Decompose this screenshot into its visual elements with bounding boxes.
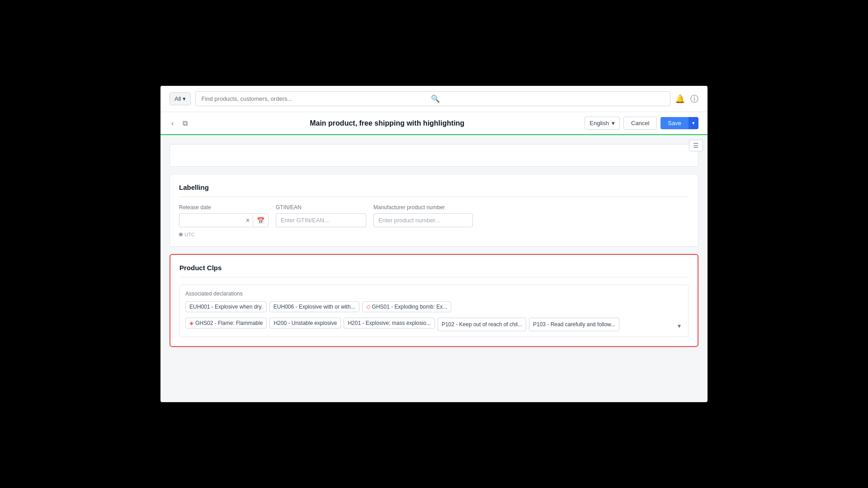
save-dropdown-button[interactable]: ▾ (689, 117, 698, 129)
declarations-label: Associated declarations (185, 291, 683, 297)
tags-expand-button[interactable]: ▾ (676, 320, 683, 331)
save-button-group: Save ▾ (660, 117, 698, 129)
tags-row-3: P102 - Keep out of reach of chil... P103… (438, 318, 619, 331)
release-date-input[interactable]: 2024-08-13 10:16 (179, 214, 243, 227)
tag-p102-label: P102 - Keep out of reach of chil... (442, 321, 522, 328)
labelling-card: Labelling Release date 2024-08-13 10:16 … (170, 174, 698, 247)
manufacturer-input[interactable] (373, 213, 473, 227)
utc-label: UTC (179, 232, 269, 237)
tag-euh001-label: EUH001 - Explosive when dry. (189, 304, 263, 310)
tag-p103-label: P103 - Read carefully and follow... (533, 321, 615, 328)
search-input-wrap[interactable]: 🔍 (195, 91, 670, 106)
tags-row-2: ◈ GHS02 - Flame: Flammable H200 - Unstab… (185, 318, 435, 328)
search-icon-button[interactable]: 🔍 (431, 94, 440, 103)
product-clips-card: Product Clps Associated declarations EUH… (170, 254, 698, 347)
help-icon[interactable]: ⓘ (690, 94, 698, 104)
ghs01-icon: ◇ (366, 304, 370, 310)
tag-h201[interactable]: H201 - Explosive; mass explosio... (344, 318, 434, 328)
declarations-wrap: Associated declarations EUH001 - Explosi… (179, 285, 689, 337)
page-title: Main product, free shipping with highlig… (195, 119, 579, 127)
notification-bell-icon[interactable]: 🔔 (675, 94, 685, 104)
save-button[interactable]: Save (660, 117, 689, 129)
tag-euh006-label: EUH006 - Explosive with or with... (274, 304, 355, 310)
filter-label: All (175, 95, 181, 102)
tag-ghs01[interactable]: ◇ GHS01 - Exploding bomb: Ex... (362, 301, 452, 312)
tag-h201-label: H201 - Explosive; mass explosio... (348, 320, 430, 326)
back-button[interactable]: ‹ (170, 117, 175, 129)
filter-chevron-icon: ▾ (183, 95, 186, 102)
sidebar-toggle-button[interactable]: ☰ (689, 140, 703, 151)
language-selector[interactable]: English ▾ (585, 117, 620, 130)
top-bar-right: 🔔 ⓘ (675, 94, 698, 104)
tag-euh006[interactable]: EUH006 - Explosive with or with... (269, 301, 359, 312)
top-search-bar: All ▾ 🔍 🔔 ⓘ (160, 86, 708, 112)
tag-p103[interactable]: P103 - Read carefully and follow... (529, 318, 619, 331)
top-partial-card (170, 144, 698, 167)
date-clear-button[interactable]: ✕ (243, 216, 253, 225)
release-date-label: Release date (179, 204, 269, 211)
labelling-form-row: Release date 2024-08-13 10:16 ✕ 📅 UTC (179, 204, 689, 237)
utc-dot-icon (179, 233, 183, 236)
header-actions: English ▾ Cancel Save ▾ (585, 117, 698, 130)
tag-h200[interactable]: H200 - Unstable explosive (269, 318, 341, 328)
date-calendar-button[interactable]: 📅 (253, 215, 268, 226)
labelling-section-title: Labelling (179, 183, 689, 197)
tag-ghs01-label: GHS01 - Exploding bomb: Ex... (372, 304, 448, 310)
cancel-button[interactable]: Cancel (623, 117, 657, 130)
header-bar: ‹ ⧉ Main product, free shipping with hig… (160, 112, 708, 135)
tag-euh001[interactable]: EUH001 - Explosive when dry. (185, 301, 267, 312)
utc-text: UTC (184, 232, 195, 237)
filter-all-button[interactable]: All ▾ (170, 93, 190, 105)
release-date-group: Release date 2024-08-13 10:16 ✕ 📅 UTC (179, 204, 269, 237)
copy-button[interactable]: ⧉ (181, 117, 189, 129)
language-chevron-icon: ▾ (612, 120, 615, 127)
manufacturer-group: Manufacturer product number (373, 204, 473, 227)
search-input[interactable] (201, 95, 427, 102)
tag-ghs02-label: GHS02 - Flame: Flammable (195, 320, 263, 326)
search-filter-dropdown[interactable]: All ▾ (170, 92, 191, 105)
tag-p102[interactable]: P102 - Keep out of reach of chil... (438, 318, 526, 331)
content-area: ☰ Labelling Release date 2024-08-13 10:1… (160, 135, 708, 402)
manufacturer-label: Manufacturer product number (373, 204, 473, 211)
tags-row-1: EUH001 - Explosive when dry. EUH006 - Ex… (185, 301, 451, 312)
tag-h200-label: H200 - Unstable explosive (274, 320, 337, 326)
ghs02-icon: ◈ (189, 320, 193, 326)
gtin-input[interactable] (276, 213, 366, 227)
gtin-group: GTIN/EAN (276, 204, 366, 227)
product-clips-title: Product Clps (179, 264, 689, 277)
language-label: English (590, 120, 609, 127)
tag-ghs02[interactable]: ◈ GHS02 - Flame: Flammable (185, 318, 267, 328)
tags-area: EUH001 - Explosive when dry. EUH006 - Ex… (185, 301, 683, 331)
release-date-input-wrap[interactable]: 2024-08-13 10:16 ✕ 📅 (179, 213, 269, 227)
gtin-label: GTIN/EAN (276, 204, 366, 211)
